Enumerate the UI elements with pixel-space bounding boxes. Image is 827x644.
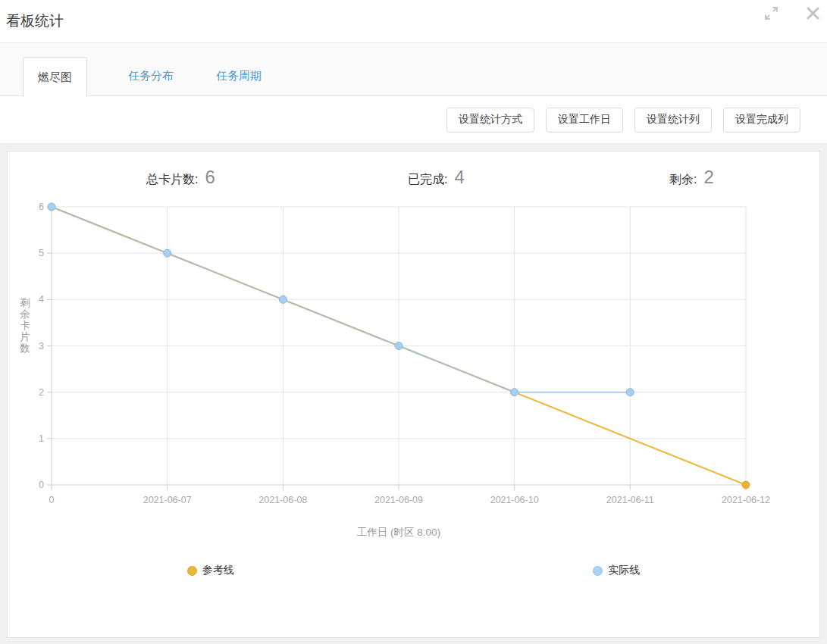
y-axis-title-char: 片 xyxy=(20,331,30,342)
y-axis-title-char: 卡 xyxy=(20,320,30,331)
expand-icon[interactable] xyxy=(763,5,779,21)
summary-stats: 总卡片数: 6 已完成: 4 剩余: 2 xyxy=(8,152,819,188)
stat-label: 剩余: xyxy=(669,172,697,188)
x-tick-label: 2021-06-11 xyxy=(606,495,654,505)
stat-label: 已完成: xyxy=(408,172,447,188)
tab-burndown-chart[interactable]: 燃尽图 xyxy=(23,57,87,96)
dialog-body: 总卡片数: 6 已完成: 4 剩余: 2 02021-06-072021-06-… xyxy=(0,143,827,644)
y-tick-label: 3 xyxy=(39,341,44,352)
y-tick-label: 1 xyxy=(39,433,44,444)
dialog-header: 看板统计 xyxy=(0,0,827,43)
x-tick-label: 2021-06-12 xyxy=(722,495,770,505)
y-tick-label: 0 xyxy=(39,480,44,490)
set-statistics-column-button[interactable]: 设置统计列 xyxy=(634,108,712,133)
stat-total-cards: 总卡片数: 6 xyxy=(53,167,309,188)
x-axis-title: 工作日 (时区 8.00) xyxy=(357,527,440,538)
y-tick-label: 2 xyxy=(39,387,44,398)
legend-item-actual-line[interactable]: 实际线 xyxy=(593,564,640,577)
y-tick-label: 6 xyxy=(39,202,44,212)
stat-value: 2 xyxy=(704,167,714,188)
burndown-chart-svg: 02021-06-072021-06-082021-06-092021-06-1… xyxy=(8,191,819,539)
data-point-series1 xyxy=(511,389,518,396)
legend-item-reference-line[interactable]: 参考线 xyxy=(187,564,234,577)
reference-line-swatch xyxy=(187,566,197,576)
chart-settings-toolbar: 设置统计方式 设置工作日 设置统计列 设置完成列 xyxy=(0,96,827,143)
legend-label: 参考线 xyxy=(202,564,234,577)
y-axis-title-char: 余 xyxy=(20,308,30,320)
x-tick-label: 0 xyxy=(49,495,55,505)
set-statistics-method-button[interactable]: 设置统计方式 xyxy=(446,108,534,133)
tab-task-distribution[interactable]: 任务分布 xyxy=(127,56,175,95)
actual-line-swatch xyxy=(593,566,603,576)
x-tick-label: 2021-06-10 xyxy=(490,495,539,505)
burndown-chart-container: 02021-06-072021-06-082021-06-092021-06-1… xyxy=(8,191,819,539)
y-axis-title-char: 数 xyxy=(19,342,30,354)
data-point-series0 xyxy=(742,481,750,489)
data-point-series1 xyxy=(626,389,634,396)
x-tick-label: 2021-06-08 xyxy=(258,495,307,505)
close-icon[interactable] xyxy=(805,5,821,21)
set-done-column-button[interactable]: 设置完成列 xyxy=(723,108,800,133)
dialog-title: 看板统计 xyxy=(6,11,64,31)
tab-bar: 燃尽图 任务分布 任务周期 xyxy=(0,43,827,96)
x-tick-label: 2021-06-09 xyxy=(374,495,423,505)
set-working-days-button[interactable]: 设置工作日 xyxy=(546,108,623,133)
data-point-series1 xyxy=(279,295,287,303)
stat-completed: 已完成: 4 xyxy=(309,167,564,188)
burndown-card: 总卡片数: 6 已完成: 4 剩余: 2 02021-06-072021-06-… xyxy=(7,151,820,638)
tab-task-cycle[interactable]: 任务周期 xyxy=(215,56,263,95)
y-tick-label: 5 xyxy=(39,248,44,258)
stat-remaining: 剩余: 2 xyxy=(564,167,819,188)
data-point-series1 xyxy=(48,203,55,211)
window-controls xyxy=(763,5,821,21)
data-point-series1 xyxy=(164,249,171,257)
y-tick-label: 4 xyxy=(39,294,44,305)
y-axis-title-char: 剩 xyxy=(20,297,30,308)
stat-value: 6 xyxy=(205,167,215,188)
legend-label: 实际线 xyxy=(608,564,640,577)
data-point-series1 xyxy=(395,342,403,350)
stat-label: 总卡片数: xyxy=(146,172,198,188)
kanban-stats-dialog: 看板统计 燃尽图 任务分布 任务周期 设置统计方式 设置工作日 设置统计列 设置… xyxy=(0,0,827,644)
chart-legend: 参考线 实际线 xyxy=(8,564,819,577)
x-tick-label: 2021-06-07 xyxy=(143,495,192,505)
stat-value: 4 xyxy=(455,167,465,188)
